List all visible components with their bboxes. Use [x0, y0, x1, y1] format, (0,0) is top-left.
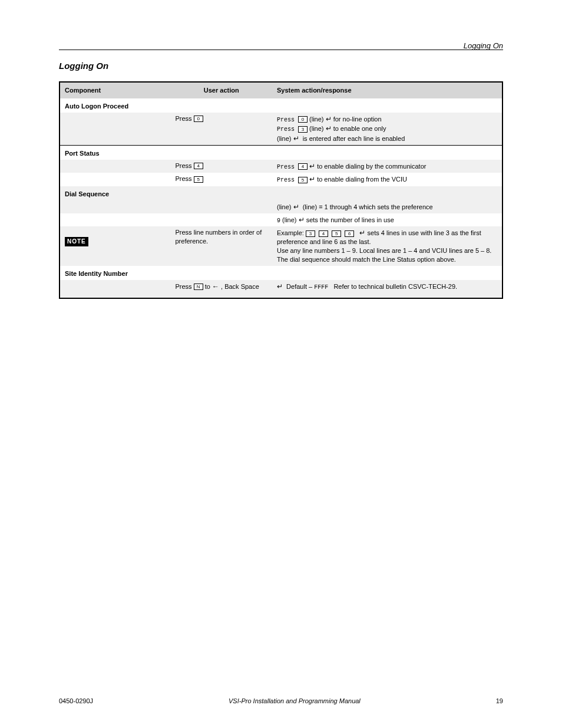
enter-icon: ↵ [293, 134, 299, 143]
enter-icon: ↵ [293, 203, 299, 211]
group-port-status: Port Status [60, 146, 502, 160]
footer-left: 0450-0290J [59, 697, 93, 704]
row-dial-seq-2: 9 (line) ↵ sets the number of lines in u… [60, 213, 502, 227]
group-auto-logon: Auto Logon Proceed [60, 98, 502, 113]
key-0-icon [298, 116, 308, 123]
note-badge: NOTE [65, 237, 88, 246]
enter-icon: ↵ [277, 282, 283, 291]
key-3-icon [306, 230, 315, 237]
row-site-id-1: Press to ← , Back Space ↵ Default – FFFF… [60, 280, 502, 294]
table-header-row: Component User action System action/resp… [60, 83, 502, 98]
key-4-icon [298, 163, 308, 170]
enter-icon: ↵ [299, 216, 305, 224]
enter-icon: ↵ [326, 115, 332, 123]
page-header-right: Logging On [464, 41, 503, 50]
row-auto-logon-1: Press Press (line) ↵ for no-line option … [60, 113, 502, 146]
footer-mid: VSI-Pro Installation and Programming Man… [229, 697, 361, 704]
page-footer: 0450-0290J VSI-Pro Installation and Prog… [59, 697, 503, 704]
col-user-action: User action [171, 83, 273, 98]
key-5-icon [194, 176, 203, 183]
header-rule [59, 50, 503, 50]
key-3-icon [298, 126, 308, 133]
row-dial-seq-1: (line) ↵ (line) = 1 through 4 which sets… [60, 200, 502, 213]
enter-icon: ↵ [359, 229, 365, 237]
key-5-icon [298, 177, 308, 183]
key-N-icon [194, 284, 203, 290]
col-component: Component [60, 83, 171, 98]
enter-icon: ↵ [326, 124, 332, 133]
backspace-icon: ← [212, 282, 219, 291]
group-dial-sequence: Dial Sequence [60, 186, 502, 200]
enter-icon: ↵ [309, 162, 315, 170]
enter-icon: ↵ [309, 175, 315, 183]
key-0-icon [194, 116, 203, 122]
row-port-status-1: Press Press ↵ to enable dialing by the c… [60, 160, 502, 173]
key-4-icon [194, 163, 203, 169]
procedure-table: Component User action System action/resp… [59, 81, 503, 299]
key-4-icon [319, 230, 328, 237]
section-heading: Logging On [59, 61, 503, 71]
footer-right: 19 [496, 697, 503, 704]
key-6-icon [345, 230, 354, 237]
col-system-action: System action/response [272, 83, 502, 98]
key-5-icon [332, 230, 341, 237]
row-dial-seq-3: NOTE Press line numbers in order of pref… [60, 226, 502, 266]
group-site-identity: Site Identity Number [60, 266, 502, 280]
row-port-status-2: Press Press ↵ to enable dialing from the… [60, 173, 502, 186]
